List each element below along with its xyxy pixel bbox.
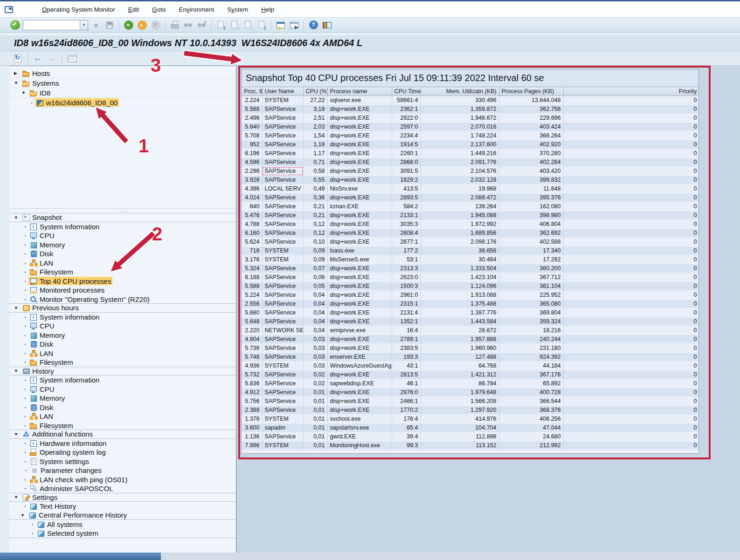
cell-proc-id[interactable]: 2.296 [242,167,262,176]
cell-user-name[interactable]: SAPService [262,149,303,158]
tree-item-lan[interactable]: ·LAN [9,412,236,421]
cell-cpu-time[interactable]: 2133:1 [392,211,421,220]
cell-mem-utilizatn-kb[interactable]: 1.375.488 [421,300,499,308]
cell-mem-utilizatn-kb[interactable]: 1.979.648 [421,388,499,397]
cell-process-pages-kb[interactable]: 369.804 [499,308,563,317]
cell-user-name[interactable]: SYSTEM [262,255,303,264]
cell-priority[interactable]: 0 [563,308,699,317]
cell-mem-utilizatn-kb[interactable]: 1.748.224 [421,131,499,140]
cell-cpu-time[interactable]: 1500:3 [392,282,421,291]
cell-mem-utilizatn-kb[interactable]: 1.960.960 [421,344,499,353]
toolbar-refresh[interactable] [12,53,23,64]
cell-proc-id[interactable]: 5.732 [242,370,262,379]
cell-process-name[interactable]: disp+work.EXE [327,220,392,229]
tree-item-parameter-changes[interactable]: ·Parameter changes [9,466,236,475]
cell-proc-id[interactable]: 1.136 [242,432,262,441]
cell-mem-utilizatn-kb[interactable]: 127.488 [421,353,499,362]
cell-process-name[interactable]: disp+work.EXE [327,344,392,353]
table-row[interactable]: 5.476SAPService0,21disp+work.EXE2133:11.… [242,211,699,220]
cell-process-name[interactable]: NisSrv.exe [327,184,392,193]
cell-process-pages-kb[interactable]: 406.804 [499,220,563,229]
cell-proc-id[interactable]: 5.756 [242,397,262,406]
table-row[interactable]: 952SAPService1,18disp+work.EXE1914:52.13… [242,140,699,149]
table-row[interactable]: 3.600sapadm0,01sapstartsrv.exe65:4104.70… [242,423,699,432]
cell-mem-utilizatn-kb[interactable]: 64.768 [421,362,499,370]
table-row[interactable]: 640SAPService0,21icman.EXE584:2139.26416… [242,202,699,211]
tree-item-systems[interactable]: ▼Systems [9,78,236,88]
expander-open-icon[interactable]: ▼ [21,513,28,518]
cell-proc-id[interactable]: 952 [242,140,262,149]
tree-node-system-settings[interactable]: System settings [28,457,90,465]
tree-node-cpu[interactable]: CPU [28,232,56,240]
tree-item-filesystem[interactable]: ·Filesystem [9,358,236,367]
tree-item-text-history[interactable]: ·Text History [9,502,236,511]
cell-process-pages-kb[interactable]: 368.376 [499,406,563,415]
cell-user-name[interactable]: SAPService [262,406,303,415]
cell-cpu[interactable]: 0,04 [303,308,327,317]
tree-item-filesystem[interactable]: ·Filesystem [9,421,236,430]
cell-priority[interactable]: 0 [563,158,699,167]
cell-cpu-time[interactable]: 65:4 [392,423,421,432]
cell-process-name[interactable]: disp+work.EXE [327,123,392,131]
cell-process-pages-kb[interactable]: 402.588 [499,238,563,246]
cell-cpu-time[interactable]: 2789:1 [392,335,421,344]
cell-proc-id[interactable]: 7.996 [242,441,262,450]
column-header-cpu[interactable]: CPU (%) [303,87,327,96]
tree-item-monitored-processes[interactable]: ·Monitored processes [9,286,236,295]
table-row[interactable]: 5.588SAPService0,05disp+work.EXE1500:31.… [242,282,699,291]
cell-process-name[interactable]: sapwebdisp.EXE [327,379,392,388]
cell-proc-id[interactable]: 5.708 [242,131,262,140]
cell-mem-utilizatn-kb[interactable]: 112.896 [421,432,499,441]
cell-cpu-time[interactable]: 413:5 [392,184,421,193]
cell-user-name[interactable]: SAPService [262,300,303,308]
expander-open-icon[interactable]: ▼ [14,495,21,499]
cell-cpu[interactable]: 0,03 [303,353,327,362]
cell-proc-id[interactable]: 716 [242,246,262,255]
cell-priority[interactable]: 0 [563,149,699,158]
cell-process-pages-kb[interactable]: 370.280 [499,149,563,158]
cell-process-name[interactable]: disp+work.EXE [327,282,392,291]
cell-user-name[interactable]: SAPService [262,105,303,114]
tree-item-monitor-operating-system-rz20[interactable]: ·Monitor "Operating System" (RZ20) [9,295,236,304]
cell-mem-utilizatn-kb[interactable]: 104.704 [421,423,499,432]
cell-cpu-time[interactable]: 2597:0 [392,123,421,131]
tree-item-administer-saposcol[interactable]: ·Administer SAPOSCOL [9,484,236,493]
cell-cpu[interactable]: 0,07 [303,264,327,273]
command-dropdown-icon[interactable]: ▼ [80,20,88,30]
cell-process-pages-kb[interactable]: 225.952 [499,291,563,300]
tree-node-central-performance-history[interactable]: Central Performance History [28,511,128,519]
cell-process-name[interactable]: WindowsAzureGuestAg [327,362,392,370]
column-header-cpu-time[interactable]: CPU Time [392,87,421,96]
cell-process-pages-kb[interactable]: 360.200 [499,264,563,273]
cell-process-pages-kb[interactable]: 406.256 [499,415,563,423]
tree-node-id8[interactable]: ID8 [28,89,52,97]
cell-user-name[interactable]: SAPService [262,379,303,388]
cell-cpu[interactable]: 0,09 [303,255,327,264]
cell-user-name[interactable]: SAPService [262,211,303,220]
toolbar-last-page[interactable] [256,20,267,31]
cell-process-name[interactable]: disp+work.EXE [327,131,392,140]
table-row[interactable]: 2.388SAPService0,01disp+work.EXE1770:21.… [242,406,699,415]
cell-process-name[interactable]: disp+work.EXE [327,388,392,397]
cell-proc-id[interactable]: 5.324 [242,264,262,273]
tree-item-system-information[interactable]: ·System information [9,222,236,232]
cell-process-pages-kb[interactable]: 240.244 [499,335,563,344]
cell-user-name[interactable]: SAPService [262,176,303,184]
table-row[interactable]: 5.732SAPService0,02disp+work.EXE2813:51.… [242,370,699,379]
cell-process-pages-kb[interactable]: 359.324 [499,317,563,326]
expander-open-icon[interactable]: ▼ [14,81,21,85]
tree-node-system-information[interactable]: System information [28,376,101,384]
cell-mem-utilizatn-kb[interactable]: 86.784 [421,379,499,388]
menu-help[interactable]: Help [256,5,280,14]
cell-priority[interactable]: 0 [563,441,699,450]
cell-priority[interactable]: 0 [563,202,699,211]
cell-priority[interactable]: 0 [563,105,699,114]
cell-proc-id[interactable]: 5.648 [242,317,262,326]
toolbar-exit[interactable] [137,20,148,31]
cell-cpu-time[interactable]: 584:2 [392,202,421,211]
table-row[interactable]: 5.748SAPService0,03enserver.EXE193:3127.… [242,353,699,362]
tree-item-cpu[interactable]: ·CPU [9,385,236,394]
menu-operating-system-monitor[interactable]: Operating System Monitor [36,5,121,14]
cell-cpu-time[interactable]: 46:1 [392,379,421,388]
cell-mem-utilizatn-kb[interactable]: 2.070.016 [421,123,499,131]
